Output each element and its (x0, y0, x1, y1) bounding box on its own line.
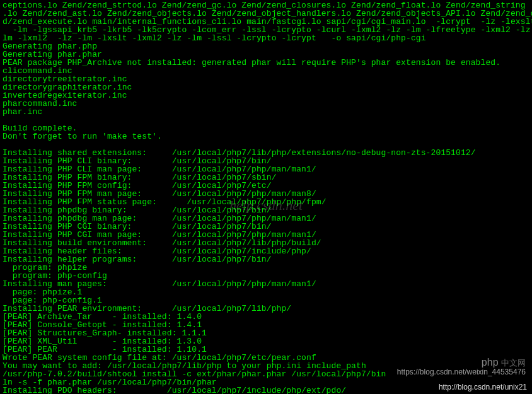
terminal-output: ceptions.lo Zend/zend_strtod.lo Zend/zen… (3, 1, 529, 394)
